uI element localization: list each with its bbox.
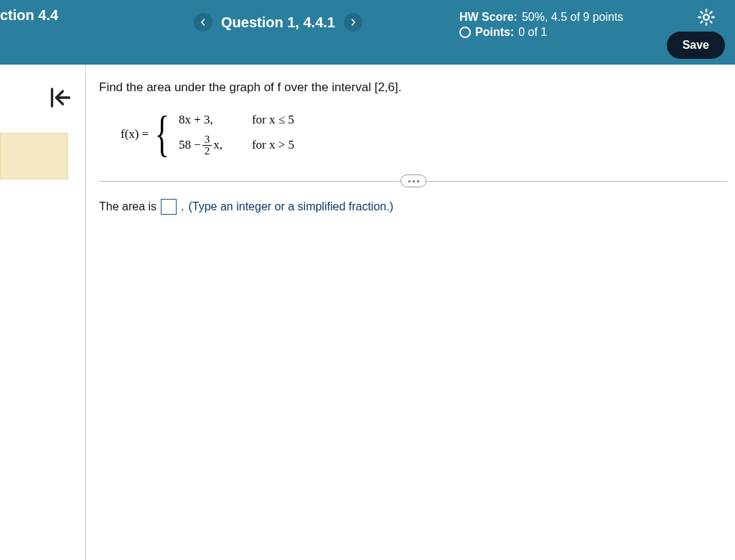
question-nav: Question 1, 4.4.1 bbox=[194, 13, 362, 32]
brace-icon: { bbox=[155, 109, 169, 159]
answer-input[interactable] bbox=[161, 199, 177, 215]
function-definition: f(x) = { 8x + 3, for x ≤ 5 58 − 3 2 x, bbox=[121, 109, 728, 159]
top-header: ction 4.4 Question 1, 4.4.1 HW Score: 50… bbox=[0, 0, 735, 65]
save-button[interactable]: Save bbox=[667, 32, 725, 59]
section-divider bbox=[99, 181, 728, 182]
piece-2-cond: for x > 5 bbox=[252, 138, 294, 152]
piece-2-expr: 58 − 3 2 x, bbox=[179, 134, 243, 157]
section-title: ction 4.4 bbox=[0, 7, 58, 24]
piece-1: 8x + 3, for x ≤ 5 bbox=[179, 113, 294, 127]
points-status-icon bbox=[459, 27, 471, 38]
left-sidebar bbox=[0, 65, 86, 560]
piecewise-cases: 8x + 3, for x ≤ 5 58 − 3 2 x, for x > 5 bbox=[179, 113, 294, 157]
points-value: 0 of 1 bbox=[518, 26, 547, 39]
score-block: HW Score: 50%, 4.5 of 9 points Points: 0… bbox=[459, 9, 623, 41]
main-body: Find the area under the graph of f over … bbox=[0, 65, 735, 560]
expand-toggle-button[interactable] bbox=[401, 174, 426, 187]
collapse-sidebar-button[interactable] bbox=[47, 85, 72, 111]
answer-lead: The area is bbox=[99, 200, 156, 213]
piece-2: 58 − 3 2 x, for x > 5 bbox=[179, 134, 294, 157]
svg-point-0 bbox=[703, 14, 708, 19]
settings-button[interactable] bbox=[696, 7, 716, 27]
answer-period: . bbox=[181, 200, 184, 213]
fraction: 3 2 bbox=[202, 134, 212, 157]
hw-score-value: 50%, 4.5 of 9 points bbox=[522, 11, 623, 24]
points-label: Points: bbox=[475, 26, 514, 39]
piece-1-expr: 8x + 3, bbox=[179, 113, 243, 127]
answer-hint: (Type an integer or a simplified fractio… bbox=[189, 200, 393, 213]
prev-question-button[interactable] bbox=[194, 13, 212, 32]
fx-label: f(x) = bbox=[121, 127, 149, 141]
question-content: Find the area under the graph of f over … bbox=[86, 65, 735, 560]
sidebar-thumbnail[interactable] bbox=[0, 133, 68, 179]
next-question-button[interactable] bbox=[344, 13, 362, 32]
answer-row: The area is . (Type an integer or a simp… bbox=[99, 199, 728, 215]
problem-prompt: Find the area under the graph of f over … bbox=[99, 80, 728, 95]
hw-score-label: HW Score: bbox=[459, 11, 518, 24]
question-label: Question 1, 4.4.1 bbox=[221, 14, 335, 31]
piece-1-cond: for x ≤ 5 bbox=[252, 113, 294, 127]
